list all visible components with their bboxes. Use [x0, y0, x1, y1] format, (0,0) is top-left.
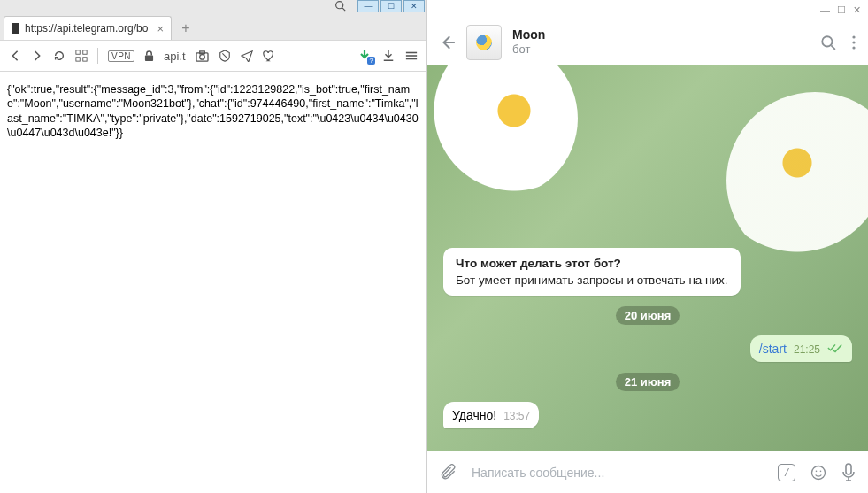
favicon-icon [12, 23, 19, 34]
svg-point-16 [852, 35, 855, 38]
outgoing-message[interactable]: /start 21:25 [750, 335, 852, 362]
nav-forward-icon[interactable] [31, 50, 43, 62]
toolbar-separator [97, 48, 98, 64]
response-json-text: {"ok":true,"result":{"message_id":3,"fro… [7, 83, 419, 139]
address-host[interactable]: api.t [164, 50, 186, 63]
message-time: 13:57 [503, 410, 530, 422]
browser-window: — ☐ ✕ https://api.telegram.org/bo × + VP… [0, 0, 427, 493]
snapshot-icon[interactable] [196, 50, 209, 62]
extension-icon[interactable]: ? [357, 49, 372, 63]
svg-rect-5 [83, 58, 87, 61]
lock-icon[interactable] [144, 50, 154, 62]
message-input[interactable] [472, 466, 764, 480]
svg-line-15 [831, 45, 835, 50]
window-minimize-button[interactable]: — [357, 0, 379, 12]
bot-description-card: Что может делать этот бот? Бот умеет при… [443, 248, 741, 296]
svg-point-19 [812, 466, 826, 479]
bot-avatar[interactable] [466, 25, 502, 60]
telegram-titlebar: — ☐ ✕ [427, 0, 868, 19]
send-icon[interactable] [241, 50, 253, 62]
tg-maximize-button[interactable]: ☐ [837, 4, 846, 16]
tab-strip: https://api.telegram.org/bo × + [0, 12, 426, 40]
svg-point-20 [816, 470, 818, 472]
svg-rect-22 [846, 464, 851, 474]
svg-line-1 [342, 8, 345, 11]
chat-name: Moon [512, 27, 545, 42]
extension-badge: ? [367, 57, 375, 65]
adblock-icon[interactable] [219, 50, 231, 62]
new-tab-button[interactable]: + [177, 20, 195, 40]
svg-point-21 [820, 470, 822, 472]
header-search-icon[interactable] [820, 35, 836, 50]
browser-tab[interactable]: https://api.telegram.org/bo × [4, 16, 172, 40]
page-body[interactable]: {"ok":true,"result":{"message_id":3,"fro… [0, 72, 426, 493]
downloads-icon[interactable] [382, 50, 395, 62]
reload-icon[interactable] [53, 50, 65, 62]
tg-minimize-button[interactable]: — [820, 4, 830, 15]
tab-close-icon[interactable]: × [157, 22, 164, 35]
svg-rect-2 [76, 50, 80, 54]
svg-point-18 [852, 46, 855, 49]
svg-point-0 [336, 2, 343, 9]
message-input-bar: / [427, 451, 868, 493]
header-more-icon[interactable] [852, 35, 856, 50]
menu-icon[interactable] [405, 50, 418, 61]
back-arrow-icon[interactable] [440, 35, 456, 50]
speed-dial-icon[interactable] [75, 50, 88, 62]
heart-icon[interactable] [263, 50, 275, 62]
tg-close-button[interactable]: ✕ [853, 4, 861, 16]
window-maximize-button[interactable]: ☐ [380, 0, 402, 12]
svg-rect-4 [76, 58, 80, 61]
svg-point-17 [852, 41, 855, 43]
svg-point-14 [822, 36, 832, 46]
message-text: /start [759, 342, 787, 356]
svg-line-10 [222, 53, 227, 58]
read-checks-icon [827, 343, 843, 353]
chat-area: Что может делать этот бот? Бот умеет при… [427, 65, 868, 451]
tab-title: https://api.telegram.org/bo [25, 22, 148, 35]
svg-point-8 [199, 54, 204, 59]
window-close-button[interactable]: ✕ [403, 0, 425, 12]
svg-rect-6 [145, 55, 153, 60]
date-separator: 20 июня [616, 306, 680, 325]
commands-icon[interactable]: / [778, 464, 795, 481]
voice-icon[interactable] [841, 463, 856, 482]
bot-desc-text: Бот умеет принимать запросы и отвечать н… [456, 273, 728, 287]
chat-title-block[interactable]: Moon бот [512, 27, 545, 56]
svg-rect-3 [83, 50, 87, 54]
search-icon[interactable] [334, 0, 356, 12]
message-text: Удачно! [452, 408, 496, 422]
bot-desc-title: Что может делать этот бот? [456, 257, 728, 270]
chat-subtitle: бот [512, 42, 545, 57]
date-separator: 21 июня [616, 373, 680, 391]
browser-toolbar: VPN api.t ? [0, 40, 426, 72]
nav-back-icon[interactable] [9, 50, 21, 62]
telegram-window: — ☐ ✕ Moon бот Что может делать этот бот… [427, 0, 868, 493]
browser-titlebar: — ☐ ✕ [0, 0, 426, 12]
vpn-badge[interactable]: VPN [108, 50, 134, 62]
emoji-icon[interactable] [810, 464, 827, 481]
incoming-message[interactable]: Удачно! 13:57 [443, 402, 539, 428]
chat-header: Moon бот [427, 19, 868, 65]
message-time: 21:25 [794, 343, 820, 356]
attach-icon[interactable] [440, 464, 457, 481]
